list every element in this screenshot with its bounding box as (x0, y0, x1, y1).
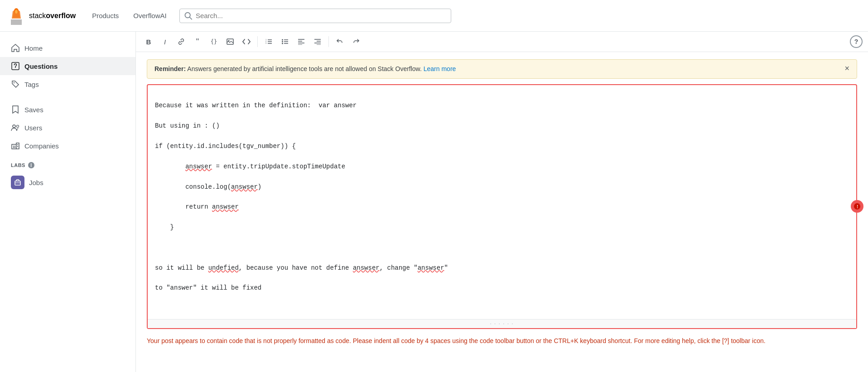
svg-line-8 (189, 17, 192, 19)
spell-error-undefied: undefied (208, 264, 239, 272)
svg-point-10 (15, 67, 16, 68)
tags-icon (11, 80, 20, 89)
questions-icon (11, 62, 20, 71)
redo-button[interactable] (349, 34, 363, 49)
search-bar[interactable] (179, 9, 451, 23)
users-icon (11, 123, 20, 132)
ordered-list-icon: 1 2 3 (265, 38, 272, 45)
code-block-icon (242, 38, 251, 45)
reminder-banner: Reminder: Answers generated by artificia… (147, 59, 857, 79)
align-right-button[interactable] (310, 34, 325, 49)
code-line-4: answser = entity.tripUpdate.stopTimeUpda… (155, 162, 849, 172)
saves-icon (11, 105, 20, 114)
svg-text:3: 3 (265, 42, 267, 44)
spell-error-answser-3: answser (212, 203, 239, 210)
image-button[interactable] (223, 34, 237, 49)
italic-button[interactable]: I (158, 34, 172, 49)
ordered-list-button[interactable]: 1 2 3 (261, 34, 276, 49)
spell-error-answser-2: answser (231, 183, 258, 191)
search-input[interactable] (196, 12, 446, 19)
code-content[interactable]: Because it was written in the definition… (148, 85, 856, 319)
svg-point-13 (17, 125, 19, 128)
align-right-icon (314, 38, 321, 45)
svg-rect-0 (11, 21, 22, 23)
code-line-10: to "answer" it will be fixed (155, 283, 849, 293)
link-icon (178, 38, 185, 45)
sidebar-item-users[interactable]: Users (0, 119, 135, 137)
quote-button[interactable]: " (190, 34, 205, 49)
reminder-text: Reminder: Answers generated by artificia… (154, 64, 839, 74)
svg-rect-1 (11, 23, 22, 25)
bold-button[interactable]: B (141, 34, 156, 49)
redo-icon (352, 38, 360, 45)
spell-error-answser-1: answser (185, 163, 212, 170)
undo-icon (336, 38, 343, 45)
spell-error-answser-5: answser (418, 264, 444, 272)
code-editor-box[interactable]: Because it was written in the definition… (147, 84, 857, 329)
header: stackoverflow Products OverflowAI (0, 0, 868, 32)
code-block-button[interactable] (239, 34, 254, 49)
sidebar-item-saves[interactable]: Saves (0, 100, 135, 119)
labs-section: LABS i (0, 155, 135, 171)
svg-rect-2 (11, 19, 22, 21)
svg-rect-16 (14, 146, 15, 147)
companies-icon (11, 141, 20, 150)
logo-icon (7, 5, 25, 27)
code-line-6: return answser (155, 202, 849, 212)
editor-area: Reminder: Answers generated by artificia… (136, 52, 868, 372)
error-icon: ! (851, 200, 863, 213)
search-icon (184, 12, 192, 20)
nav-products[interactable]: Products (87, 8, 124, 23)
code-line-1: Because it was written in the definition… (155, 100, 849, 110)
undo-button[interactable] (333, 34, 347, 49)
main-layout: Home Questions Tags (0, 32, 868, 372)
code-line-2: But using in : () (155, 121, 849, 131)
logo-text: stackoverflow (29, 12, 76, 20)
editor-toolbar: B I " {} (136, 32, 868, 52)
sidebar-item-questions[interactable]: Questions (0, 57, 135, 75)
svg-rect-18 (14, 147, 15, 148)
svg-rect-19 (17, 144, 18, 145)
code-line-5: console.log(answser) (155, 182, 849, 192)
code-line-9: so it will be undefied, because you have… (155, 263, 849, 273)
svg-point-31 (282, 39, 283, 41)
code-button[interactable]: {} (207, 34, 221, 49)
svg-rect-15 (13, 146, 14, 147)
sidebar-item-jobs[interactable]: Jobs (0, 171, 135, 194)
sidebar-item-tags[interactable]: Tags (0, 75, 135, 93)
toolbar-divider-2 (328, 36, 329, 47)
unordered-list-icon (281, 38, 289, 45)
resize-handle[interactable]: · · · · · · (148, 319, 856, 328)
help-button[interactable]: ? (850, 35, 863, 48)
svg-point-11 (14, 82, 14, 83)
home-icon (11, 43, 20, 52)
svg-rect-20 (17, 146, 18, 147)
resize-dots: · · · · · · (490, 321, 514, 326)
reminder-close-button[interactable]: × (844, 64, 849, 72)
svg-rect-17 (13, 147, 14, 148)
sidebar: Home Questions Tags (0, 32, 136, 372)
jobs-icon (11, 176, 24, 189)
svg-point-33 (282, 43, 283, 44)
image-icon (227, 38, 234, 45)
sidebar-item-home[interactable]: Home (0, 39, 135, 57)
toolbar-divider-1 (257, 36, 258, 47)
sidebar-item-companies[interactable]: Companies (0, 137, 135, 155)
logo[interactable]: stackoverflow (7, 5, 76, 27)
svg-point-12 (13, 125, 15, 128)
align-left-icon (298, 38, 305, 45)
main-nav: Products OverflowAI (87, 8, 172, 23)
nav-overflowai[interactable]: OverflowAI (128, 8, 172, 23)
svg-point-6 (15, 10, 18, 14)
labs-info-icon[interactable]: i (28, 162, 34, 168)
reminder-learn-more[interactable]: Learn more (424, 65, 456, 72)
svg-point-32 (282, 41, 283, 43)
content-area: B I " {} (136, 32, 868, 372)
warning-message: Your post appears to contain code that i… (147, 334, 857, 348)
unordered-list-button[interactable] (278, 34, 292, 49)
spell-error-answser-4: answser (353, 264, 380, 272)
align-left-button[interactable] (294, 34, 309, 49)
link-button[interactable] (174, 34, 188, 49)
code-line-7: } (155, 222, 849, 232)
code-line-8 (155, 243, 849, 253)
